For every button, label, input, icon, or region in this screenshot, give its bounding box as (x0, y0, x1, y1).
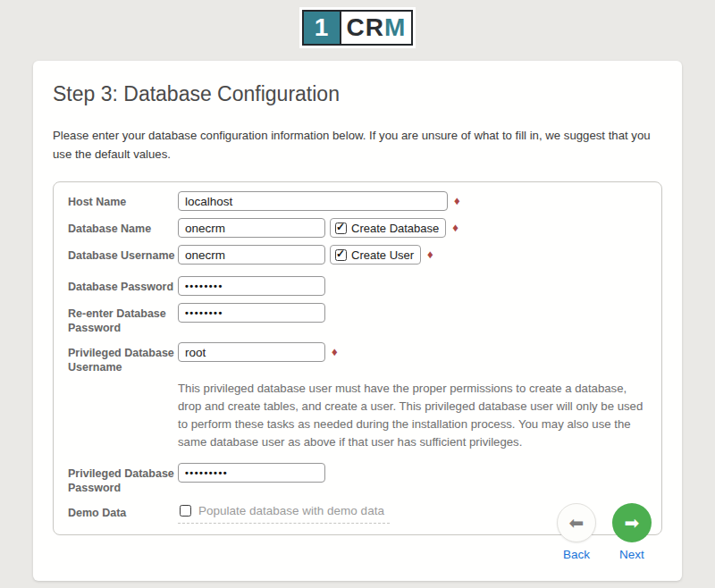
form-row-host-name: Host Name ♦ (68, 191, 649, 211)
wizard-navigation: ⬅ Back ➡ Next (557, 503, 652, 561)
privileged-database-username-label: Privileged Database Username (68, 342, 178, 374)
host-name-label: Host Name (68, 191, 178, 209)
create-database-checkbox-label: Create Database (351, 222, 439, 235)
next-arrow-icon[interactable]: ➡ (612, 503, 652, 542)
privileged-database-password-input[interactable] (178, 463, 325, 483)
back-arrow-icon[interactable]: ⬅ (557, 503, 596, 542)
onecrm-logo-box: 1 CRM (302, 10, 414, 46)
database-username-label: Database Username (68, 245, 178, 263)
create-user-checkbox-group[interactable]: Create User (330, 245, 421, 265)
demo-data-checkbox-group[interactable]: Populate database with demo data (178, 502, 390, 524)
next-button-label[interactable]: Next (619, 548, 644, 561)
next-button[interactable]: ➡ Next (612, 503, 652, 561)
reenter-database-password-label: Re-enter Database Password (68, 303, 178, 335)
demo-data-checkbox-label: Populate database with demo data (198, 504, 384, 517)
form-row-reenter-database-password: Re-enter Database Password (68, 303, 649, 335)
host-name-input[interactable] (178, 191, 448, 211)
required-marker: ♦ (427, 245, 433, 265)
reenter-database-password-input[interactable] (178, 303, 325, 323)
page-description: Please enter your database configuration… (53, 126, 662, 164)
logo-crm-block: CRM (340, 12, 412, 44)
logo-cr-text: CR (347, 13, 384, 42)
logo-one-block: 1 (304, 12, 340, 44)
database-name-input[interactable] (178, 218, 325, 238)
onecrm-logo: 1 CRM (299, 7, 416, 48)
back-button-label[interactable]: Back (563, 548, 590, 561)
form-row-privileged-database-username: Privileged Database Username ♦ (68, 342, 649, 374)
demo-data-checkbox[interactable] (180, 505, 191, 517)
create-user-checkbox-label: Create User (351, 248, 414, 262)
logo-m-text: M (384, 13, 406, 42)
form-row-privileged-database-password: Privileged Database Password (68, 463, 649, 495)
database-password-label: Database Password (68, 276, 178, 294)
privileged-database-username-input[interactable] (178, 342, 325, 362)
demo-data-label: Demo Data (68, 502, 178, 520)
create-user-checkbox[interactable] (335, 249, 347, 261)
database-name-label: Database Name (68, 218, 178, 236)
install-step-card: Step 3: Database Configuration Please en… (33, 61, 682, 581)
privileged-user-help-text: This privileged database user must have … (178, 380, 649, 450)
required-marker: ♦ (454, 191, 460, 211)
database-config-panel: Host Name ♦ Database Name Create Databas… (53, 181, 662, 535)
privileged-database-password-label: Privileged Database Password (68, 463, 178, 495)
header: 1 CRM (0, 0, 715, 48)
database-password-input[interactable] (178, 276, 325, 296)
form-row-database-password: Database Password (68, 276, 649, 296)
form-row-database-name: Database Name Create Database ♦ (68, 218, 649, 238)
create-database-checkbox-group[interactable]: Create Database (330, 218, 446, 238)
required-marker: ♦ (452, 218, 458, 238)
back-button[interactable]: ⬅ Back (557, 503, 596, 561)
create-database-checkbox[interactable] (335, 223, 347, 234)
required-marker: ♦ (332, 342, 338, 362)
database-username-input[interactable] (178, 245, 325, 265)
form-row-database-username: Database Username Create User ♦ (68, 245, 649, 265)
page-title: Step 3: Database Configuration (53, 82, 662, 106)
